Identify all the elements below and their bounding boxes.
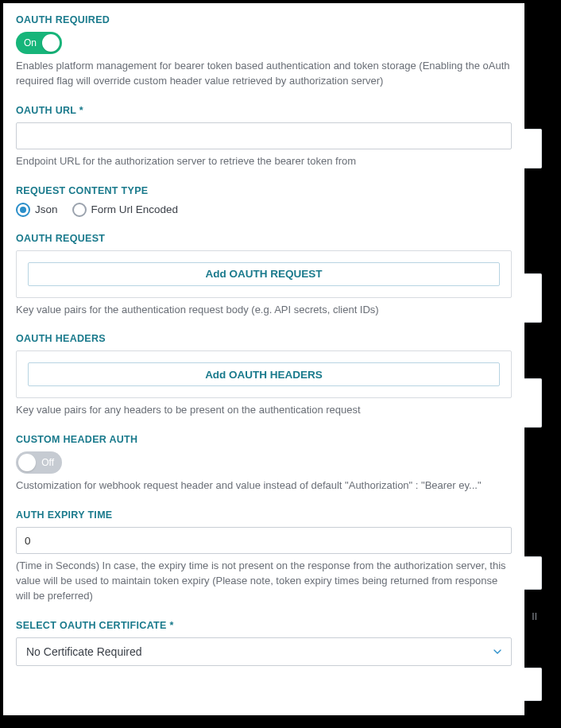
help-custom-header-auth: Customization for webhook request header… [16, 478, 512, 494]
pause-mark: II [532, 611, 537, 622]
oauth-settings-form: OAUTH REQUIRED On Enables platform manag… [3, 3, 524, 715]
toggle-state-text: On [24, 37, 37, 48]
label-content-type: REQUEST CONTENT TYPE [16, 185, 512, 196]
field-oauth-certificate: SELECT OAUTH CERTIFICATE * No Certificat… [16, 620, 512, 666]
field-custom-header-auth: CUSTOM HEADER AUTH Off Customization for… [16, 434, 512, 494]
radio-circle-icon [16, 203, 30, 217]
help-oauth-request: Key value pairs for the authentication r… [16, 303, 512, 318]
toggle-state-text: Off [41, 457, 54, 468]
label-oauth-url: OAUTH URL * [16, 105, 512, 116]
help-oauth-headers: Key value pairs for any headers to be pr… [16, 403, 512, 418]
field-content-type: REQUEST CONTENT TYPE Json Form Url Encod… [16, 185, 512, 217]
oauth-headers-box: Add OAUTH HEADERS [16, 350, 512, 398]
background-panel [523, 556, 542, 590]
label-oauth-required: OAUTH REQUIRED [16, 14, 512, 25]
field-oauth-headers: OAUTH HEADERS Add OAUTH HEADERS Key valu… [16, 333, 512, 418]
input-oauth-url[interactable] [16, 122, 512, 149]
radio-label-json: Json [35, 203, 58, 215]
select-oauth-certificate[interactable]: No Certificate Required [16, 637, 512, 666]
radio-label-form: Form Url Encoded [91, 203, 179, 215]
field-oauth-url: OAUTH URL * Endpoint URL for the authori… [16, 105, 512, 169]
input-auth-expiry[interactable] [16, 527, 512, 554]
add-oauth-headers-button[interactable]: Add OAUTH HEADERS [28, 362, 500, 386]
label-custom-header-auth: CUSTOM HEADER AUTH [16, 434, 512, 445]
background-panel [523, 273, 542, 323]
background-panel [523, 378, 542, 428]
radio-form-url-encoded[interactable]: Form Url Encoded [72, 203, 179, 217]
radio-json[interactable]: Json [16, 203, 58, 217]
help-oauth-required: Enables platform management for bearer t… [16, 59, 512, 89]
label-oauth-request: OAUTH REQUEST [16, 233, 512, 244]
field-oauth-request: OAUTH REQUEST Add OAUTH REQUEST Key valu… [16, 233, 512, 318]
field-auth-expiry: AUTH EXPIRY TIME (Time in Seconds) In ca… [16, 509, 512, 604]
field-oauth-required: OAUTH REQUIRED On Enables platform manag… [16, 14, 512, 89]
background-panel [523, 668, 542, 701]
oauth-request-box: Add OAUTH REQUEST [16, 250, 512, 298]
radio-circle-icon [72, 203, 87, 217]
background-panel [523, 129, 542, 168]
label-oauth-certificate: SELECT OAUTH CERTIFICATE * [16, 620, 512, 631]
help-auth-expiry: (Time in Seconds) In case, the expiry ti… [16, 559, 512, 604]
add-oauth-request-button[interactable]: Add OAUTH REQUEST [28, 262, 500, 286]
toggle-custom-header-auth[interactable]: Off [16, 451, 62, 474]
label-oauth-headers: OAUTH HEADERS [16, 333, 512, 344]
toggle-oauth-required[interactable]: On [16, 32, 62, 54]
help-oauth-url: Endpoint URL for the authorization serve… [16, 154, 512, 169]
label-auth-expiry: AUTH EXPIRY TIME [16, 509, 512, 521]
toggle-knob [42, 34, 60, 52]
toggle-knob [18, 454, 36, 471]
select-value: No Certificate Required [26, 645, 142, 658]
